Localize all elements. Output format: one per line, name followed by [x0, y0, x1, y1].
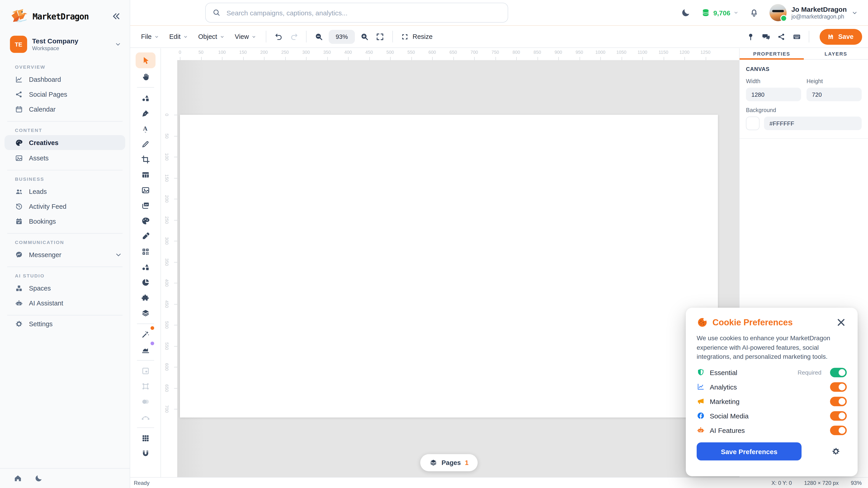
crop-tool[interactable]: [136, 153, 154, 166]
pencil-tool[interactable]: [136, 137, 154, 151]
ruler-tick: [390, 57, 391, 60]
chart-tool[interactable]: [136, 275, 154, 289]
sidebar-item-label: Messenger: [29, 251, 61, 258]
undo-button[interactable]: [271, 29, 286, 44]
toggle-social-media[interactable]: [830, 411, 847, 420]
tab-properties[interactable]: PROPERTIES: [740, 48, 804, 59]
menu-object[interactable]: Object: [193, 29, 230, 44]
moon-icon[interactable]: [34, 474, 43, 483]
shortcuts-button[interactable]: [789, 29, 804, 44]
notifications-bell-icon[interactable]: [749, 8, 759, 18]
close-icon[interactable]: [835, 317, 847, 328]
nav-section-label: AI STUDIO: [15, 273, 130, 278]
elements-tool[interactable]: [136, 260, 154, 274]
resize-button[interactable]: Resize: [397, 30, 436, 43]
image-tool[interactable]: [136, 184, 154, 197]
zoom-in-icon: [360, 32, 369, 41]
hand-tool[interactable]: [136, 70, 154, 84]
auto-trace-tool[interactable]: [136, 343, 154, 357]
background-label: Background: [746, 107, 862, 113]
sidebar-item-assets[interactable]: Assets: [0, 151, 130, 165]
qr-code-tool[interactable]: [136, 245, 154, 258]
sidebar-item-leads[interactable]: Leads: [0, 184, 130, 199]
zoom-in-button[interactable]: [357, 29, 372, 44]
canvas-height-input[interactable]: [807, 88, 862, 101]
comments-button[interactable]: [758, 29, 774, 44]
toggle-essential[interactable]: [830, 367, 847, 377]
credits-menu[interactable]: 9,706: [701, 8, 739, 17]
zoom-out-button[interactable]: [311, 29, 327, 44]
table-tool[interactable]: [136, 168, 154, 182]
sidebar-item-calendar[interactable]: Calendar: [0, 102, 130, 117]
sidebar-item-ai-assistant[interactable]: AI Assistant: [0, 295, 130, 311]
magnet-icon: [141, 449, 150, 458]
toggle-ai-features[interactable]: [830, 425, 847, 435]
bezier-tool: [136, 410, 154, 424]
gallery-tool[interactable]: [136, 199, 154, 213]
menu-label: Edit: [169, 33, 181, 40]
layers-tool[interactable]: [136, 306, 154, 320]
background-color-input[interactable]: [764, 117, 862, 130]
cursor-icon: [141, 56, 150, 65]
palette-tool[interactable]: [136, 214, 154, 228]
home-icon[interactable]: [13, 474, 22, 483]
menu-label: Object: [198, 33, 217, 40]
toggle-marketing[interactable]: [830, 396, 847, 406]
toggle-analytics[interactable]: [830, 382, 847, 392]
share-button[interactable]: [774, 29, 789, 44]
ruler-number: 500: [386, 50, 394, 55]
background-color-swatch[interactable]: [746, 117, 760, 130]
canvas-scroll-area[interactable]: Pages 1: [177, 60, 739, 477]
sidebar-item-dashboard[interactable]: Dashboard: [0, 72, 130, 87]
sidebar-item-social-pages[interactable]: Social Pages: [0, 87, 130, 102]
undo-icon: [274, 32, 283, 41]
sidebar-item-bookings[interactable]: Bookings: [0, 214, 130, 229]
ruler-tick: [174, 178, 177, 178]
divider: [137, 360, 154, 361]
cookie-option-label: AI Features: [710, 426, 825, 434]
canvas-width-input[interactable]: [746, 88, 801, 101]
design-canvas[interactable]: [180, 115, 718, 418]
ruler-number: 450: [164, 300, 169, 307]
snap-toggle-tool[interactable]: [136, 447, 154, 460]
search-input[interactable]: [225, 8, 501, 17]
ruler-corner: [161, 48, 177, 60]
global-search[interactable]: [205, 3, 508, 23]
ruler-number: 600: [428, 50, 436, 55]
save-button[interactable]: Save: [819, 29, 862, 44]
pencil-icon: [141, 140, 150, 149]
sidebar-collapse-icon[interactable]: [111, 11, 122, 22]
sidebar-item-creatives[interactable]: Creatives: [4, 135, 125, 150]
menu-edit[interactable]: Edit: [164, 29, 193, 44]
user-avatar: [770, 4, 787, 21]
sidebar-item-activity-feed[interactable]: Activity Feed: [0, 199, 130, 214]
tools-panel: A: [130, 48, 161, 477]
grid-toggle-tool[interactable]: [136, 431, 154, 445]
select-tool[interactable]: [135, 53, 155, 68]
sidebar-item-spaces[interactable]: Spaces: [0, 281, 130, 295]
redo-button[interactable]: [286, 29, 302, 44]
sidebar-item-settings[interactable]: Settings: [0, 316, 130, 331]
ruler-number: 650: [450, 50, 457, 55]
topbar: 9,706 Jo MarketDragon jo@marketdragon.ph: [130, 0, 868, 26]
zoom-level[interactable]: 93%: [329, 30, 355, 43]
shapes-tool[interactable]: [136, 91, 154, 105]
menu-view[interactable]: View: [230, 29, 261, 44]
mask-icon: [141, 397, 150, 406]
plugin-tool[interactable]: [136, 291, 154, 304]
workspace-switcher[interactable]: TE Test Company Workspace: [0, 30, 130, 58]
fullscreen-button[interactable]: [372, 29, 388, 44]
dark-mode-icon[interactable]: [681, 8, 691, 18]
menu-file[interactable]: File: [136, 29, 164, 44]
user-menu[interactable]: Jo MarketDragon jo@marketdragon.ph: [770, 4, 858, 21]
magic-wand-tool[interactable]: [136, 328, 154, 341]
gear-icon[interactable]: [831, 447, 840, 456]
tab-layers[interactable]: LAYERS: [804, 48, 868, 59]
pages-button[interactable]: Pages 1: [420, 454, 477, 471]
pen-tool[interactable]: [136, 107, 154, 120]
sidebar-item-messenger[interactable]: Messenger: [0, 247, 130, 262]
save-preferences-button[interactable]: Save Preferences: [697, 442, 802, 460]
text-tool[interactable]: A: [136, 122, 154, 135]
eyedropper-tool[interactable]: [136, 230, 154, 243]
tips-button[interactable]: [743, 29, 758, 44]
